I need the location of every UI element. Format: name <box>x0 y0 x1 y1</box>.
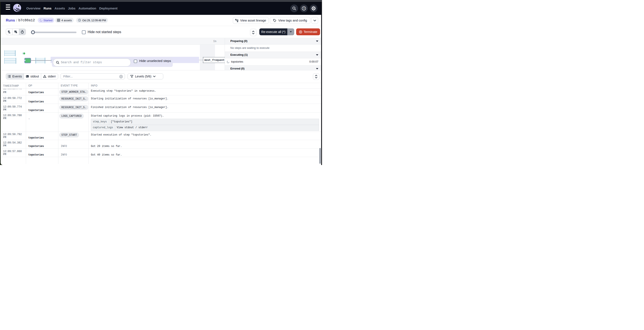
svg-text:?: ? <box>303 7 304 10</box>
